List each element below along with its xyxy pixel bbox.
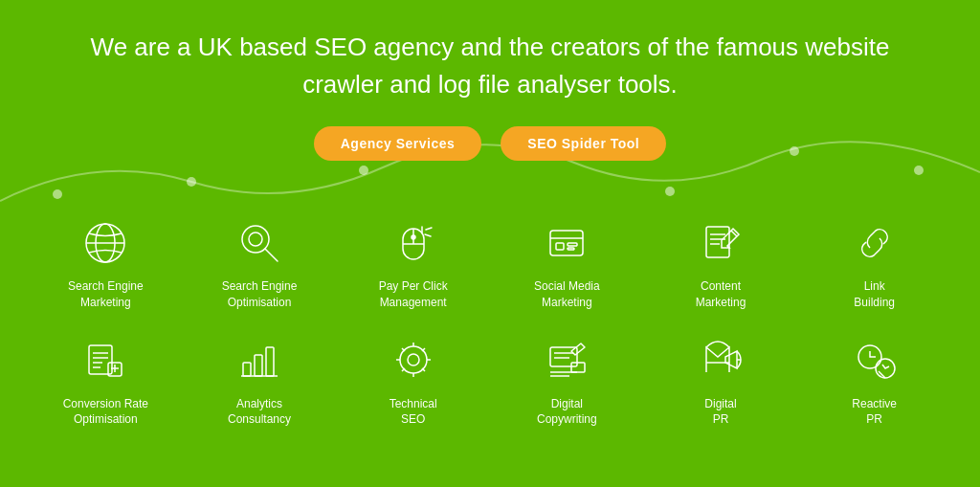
service-search-engine-optimisation[interactable]: Search EngineOptimisation bbox=[183, 209, 337, 319]
globe-icon bbox=[79, 216, 132, 269]
service-search-engine-marketing[interactable]: Search EngineMarketing bbox=[29, 209, 183, 319]
service-pay-per-click[interactable]: Pay Per ClickManagement bbox=[336, 209, 490, 319]
conversion-icon bbox=[79, 334, 132, 387]
reactive-icon bbox=[848, 334, 901, 387]
service-label: DigitalCopywriting bbox=[537, 396, 597, 429]
svg-rect-39 bbox=[255, 355, 262, 376]
svg-rect-47 bbox=[571, 363, 585, 372]
svg-line-11 bbox=[265, 249, 278, 261]
service-label: Pay Per ClickManagement bbox=[379, 278, 448, 311]
agency-services-button[interactable]: Agency Services bbox=[314, 126, 482, 161]
service-digital-copywriting[interactable]: DigitalCopywriting bbox=[490, 326, 644, 436]
copywriting-icon bbox=[541, 334, 593, 387]
service-digital-pr[interactable]: DigitalPR bbox=[644, 326, 798, 436]
svg-point-2 bbox=[359, 166, 368, 175]
svg-point-12 bbox=[249, 232, 262, 246]
services-row-1: Search EngineMarketing Search EngineOpti… bbox=[29, 209, 951, 319]
search-icon bbox=[233, 216, 285, 269]
svg-point-16 bbox=[412, 235, 415, 239]
service-label: AnalyticsConsultancy bbox=[228, 396, 291, 429]
svg-rect-23 bbox=[568, 243, 577, 246]
link-icon bbox=[848, 216, 901, 269]
service-label: TechnicalSEO bbox=[390, 396, 437, 429]
service-analytics[interactable]: AnalyticsConsultancy bbox=[183, 326, 337, 436]
svg-point-1 bbox=[187, 177, 196, 187]
service-technical-seo[interactable]: TechnicalSEO bbox=[336, 326, 490, 436]
mouse-icon bbox=[387, 216, 439, 269]
services-section: Search EngineMarketing Search EngineOpti… bbox=[0, 189, 980, 453]
service-label: ContentMarketing bbox=[696, 278, 746, 311]
service-label: Conversion RateOptimisation bbox=[63, 396, 148, 429]
svg-rect-20 bbox=[550, 231, 583, 255]
service-social-media-marketing[interactable]: Social MediaMarketing bbox=[490, 209, 644, 319]
service-label: LinkBuilding bbox=[854, 278, 895, 311]
analytics-icon bbox=[233, 334, 285, 387]
svg-rect-22 bbox=[556, 243, 564, 250]
svg-rect-25 bbox=[706, 227, 729, 257]
svg-rect-38 bbox=[243, 363, 251, 376]
hero-title: We are a UK based SEO agency and the cre… bbox=[77, 29, 903, 103]
social-icon bbox=[541, 216, 593, 269]
svg-rect-40 bbox=[266, 347, 274, 376]
svg-point-6 bbox=[914, 166, 924, 175]
svg-rect-24 bbox=[568, 248, 574, 250]
seo-spider-tool-button[interactable]: SEO Spider Tool bbox=[501, 126, 666, 161]
technical-icon bbox=[387, 334, 439, 387]
service-label: Social MediaMarketing bbox=[534, 278, 600, 311]
services-row-2: Conversion RateOptimisation AnalyticsCon… bbox=[29, 326, 951, 436]
hero-section: We are a UK based SEO agency and the cre… bbox=[0, 0, 980, 189]
service-content-marketing[interactable]: ContentMarketing bbox=[644, 209, 798, 319]
pr-icon bbox=[694, 334, 746, 387]
service-label: ReactivePR bbox=[852, 396, 897, 429]
content-icon bbox=[694, 216, 746, 269]
service-label: DigitalPR bbox=[704, 396, 736, 429]
service-conversion-rate[interactable]: Conversion RateOptimisation bbox=[29, 326, 183, 436]
service-link-building[interactable]: LinkBuilding bbox=[797, 209, 951, 319]
svg-line-18 bbox=[426, 228, 432, 230]
buttons-row: Agency Services SEO Spider Tool bbox=[77, 126, 903, 161]
service-label: Search EngineOptimisation bbox=[222, 278, 298, 311]
svg-point-43 bbox=[408, 354, 419, 365]
service-label: Search EngineMarketing bbox=[68, 278, 144, 311]
service-reactive-pr[interactable]: ReactivePR bbox=[797, 326, 951, 436]
svg-line-19 bbox=[425, 234, 431, 236]
